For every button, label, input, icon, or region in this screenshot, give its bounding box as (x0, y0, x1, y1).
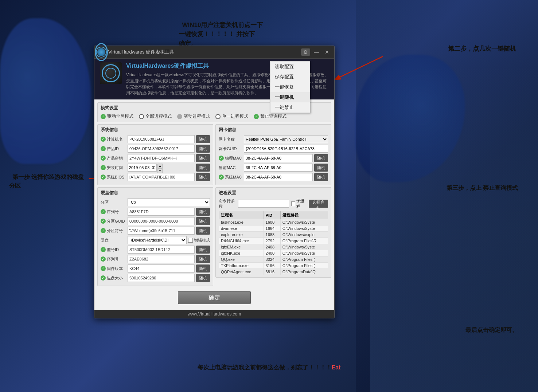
cell-path: C:\Windows\Syste (280, 250, 328, 256)
cell-pid: 3024 (264, 256, 280, 263)
table-row[interactable]: QQ.exe 3024 C:\Program Files ( (219, 256, 328, 263)
nic-label-physical-mac: ✓ 物理MAC (219, 156, 242, 161)
btn-random-productid[interactable]: 随机 (196, 145, 210, 153)
input-bios[interactable] (128, 173, 195, 181)
mode-item-4[interactable]: ✓ 禁止查询模式 (254, 113, 286, 119)
input-system-mac[interactable] (244, 173, 313, 181)
field-label-installtime: ✓ 安装时间 (101, 165, 126, 170)
gear-button[interactable]: ⚙ (301, 48, 310, 56)
input-partsymbol[interactable] (128, 227, 195, 235)
table-row[interactable]: igfxHK.exe 2400 C:\Windows\Syste (219, 250, 328, 256)
btn-random-disk-serialno[interactable]: 随机 (196, 255, 210, 263)
cell-name: igfxHK.exe (219, 250, 264, 256)
app-window: VirtualHardwares 硬件虚拟工具 ⚙ 读取配置 保存配置 一键恢复… (94, 46, 335, 318)
table-header-path: 进程路径 (280, 211, 328, 219)
btn-random-system-mac[interactable]: 随机 (314, 173, 328, 181)
input-disk-serialno[interactable] (128, 255, 195, 263)
btn-random-disksize[interactable]: 随机 (196, 274, 210, 282)
confirm-button[interactable]: 确定 (178, 291, 251, 304)
input-nic-guid[interactable] (244, 145, 328, 153)
process-section: 进程设置 命令行参数 子进程 选择启动 (215, 187, 331, 278)
select-harddisk[interactable]: \Device\Harddisk0\DI (128, 236, 187, 244)
table-row[interactable]: RtkNGUI64.exe 2792 C:\Program Files\R (219, 238, 328, 244)
input-productid[interactable] (128, 145, 195, 153)
menu-item-one-click-restore[interactable]: 一键恢复 (270, 82, 310, 92)
input-modelid[interactable] (128, 246, 195, 254)
minimize-button[interactable]: — (312, 48, 321, 56)
table-row[interactable]: TXPlatform.exe 3196 C:\Program Files ( (219, 263, 328, 269)
enhance-checkbox[interactable] (188, 238, 193, 243)
btn-random-physical-mac[interactable]: 随机 (314, 154, 328, 162)
btn-random-firmware[interactable]: 随机 (196, 264, 210, 273)
cell-name: QQPetAgent.exe (219, 269, 264, 275)
annotation-bottom-center: 每次上电脑玩游戏之前都得这么做，别忘了！！！！Eat (198, 363, 341, 372)
check-icon-2 (177, 114, 182, 119)
btn-random-current-mac[interactable]: 随机 (314, 164, 328, 172)
btn-random-bios[interactable]: 随机 (196, 173, 210, 181)
cell-name: QQ.exe (219, 256, 264, 263)
col-left: 系统信息 ✓ 计算机名 随机 ✓ 产品ID (97, 124, 213, 288)
input-disksize[interactable] (128, 274, 195, 282)
btn-random-installtime[interactable]: 随机 (196, 164, 210, 172)
btn-select-start[interactable]: 选择启动 (309, 200, 328, 208)
subprocess-check[interactable]: 子进程 (291, 198, 307, 209)
input-current-mac[interactable] (244, 164, 313, 172)
cell-path: C:\Windows\Syste (280, 244, 328, 250)
mode-item-0: ✓ 驱动全局模式 (101, 113, 133, 119)
mode-item-1[interactable]: 全部进程模式 (139, 113, 172, 119)
nic-field-row-guid: 网卡GUID (219, 145, 328, 153)
title-bar-text: VirtualHardwares 硬件虚拟工具 (108, 49, 174, 55)
input-installtime[interactable] (128, 164, 157, 172)
subprocess-checkbox[interactable] (291, 201, 295, 206)
menu-item-save-config[interactable]: 保存配置 (270, 72, 310, 82)
check-installtime: ✓ (101, 165, 106, 170)
field-row-bios: ✓ 系统BIOS 随机 (101, 173, 210, 181)
field-row-modelid: ✓ 型号ID 随机 (101, 246, 210, 254)
cell-path: C:\Windows\Syste (280, 219, 328, 226)
table-row[interactable]: igfxEM.exe 2408 C:\Windows\Syste (219, 244, 328, 250)
spin-down[interactable]: ▼ (157, 168, 163, 173)
field-label-disksize: ✓ 磁盘大小 (101, 275, 126, 281)
input-productkey[interactable] (128, 154, 195, 162)
input-partguid[interactable] (128, 217, 195, 225)
system-section-title: 系统信息 (101, 127, 210, 133)
table-row[interactable]: taskhost.exe 1600 C:\Windows\Syste (219, 219, 328, 226)
check-partguid: ✓ (101, 219, 106, 224)
nic-field-row-current-mac: 当前MAC 随机 (219, 164, 328, 172)
input-physical-mac[interactable] (244, 154, 313, 162)
mode-item-3[interactable]: 单一进程模式 (215, 113, 248, 119)
select-partition[interactable]: C:\ D:\ E:\ (128, 198, 210, 206)
field-label-partition: 分区 (101, 200, 126, 205)
input-serialno[interactable] (128, 208, 195, 216)
nic-field-row-physical-mac: ✓ 物理MAC 随机 (219, 154, 328, 162)
process-cmd-label: 命令行参数 (219, 198, 236, 209)
mode-label-3: 单一进程模式 (222, 113, 248, 119)
menu-item-one-click-disable[interactable]: 一键禁止 (270, 102, 310, 113)
table-row[interactable]: dwm.exe 1664 C:\Windows\Syste (219, 226, 328, 232)
btn-random-computername[interactable]: 随机 (196, 135, 210, 143)
input-firmware[interactable] (128, 264, 195, 273)
cell-pid: 3196 (264, 263, 280, 269)
mode-item-2[interactable]: 驱动进程模式 (177, 113, 210, 119)
main-two-col: 系统信息 ✓ 计算机名 随机 ✓ 产品ID (97, 124, 331, 288)
spin-up[interactable]: ▲ (157, 164, 163, 168)
btn-random-partsymbol[interactable]: 随机 (196, 227, 210, 235)
input-cmd[interactable] (238, 200, 289, 208)
btn-random-partguid[interactable]: 随机 (196, 217, 210, 225)
input-computername[interactable] (128, 135, 195, 143)
select-nic-name[interactable]: Realtek PCIe GbE Family Controll (244, 135, 328, 143)
btn-random-serialno[interactable]: 随机 (196, 208, 210, 216)
check-productkey: ✓ (101, 156, 106, 161)
process-table-container[interactable]: 进程名 PID 进程路径 taskhost.exe 1600 C:\Window… (219, 211, 328, 275)
table-row[interactable]: QQPetAgent.exe 3816 C:\ProgramData\Q (219, 269, 328, 275)
btn-random-productkey[interactable]: 随机 (196, 154, 210, 162)
btn-random-modelid[interactable]: 随机 (196, 246, 210, 254)
enhance-cb[interactable]: 增强模式 (188, 238, 210, 243)
table-row[interactable]: explorer.exe 1688 C:\Windows\explo (219, 232, 328, 238)
logo-inner-2 (96, 47, 107, 58)
close-button[interactable]: ✕ (323, 48, 331, 56)
menu-item-one-click-random[interactable]: 一键随机 (270, 92, 310, 102)
field-label-partsymbol: ✓ 分区符号 (101, 228, 126, 234)
menu-item-load-config[interactable]: 读取配置 (270, 62, 310, 72)
cell-path: C:\Program Files ( (280, 263, 328, 269)
